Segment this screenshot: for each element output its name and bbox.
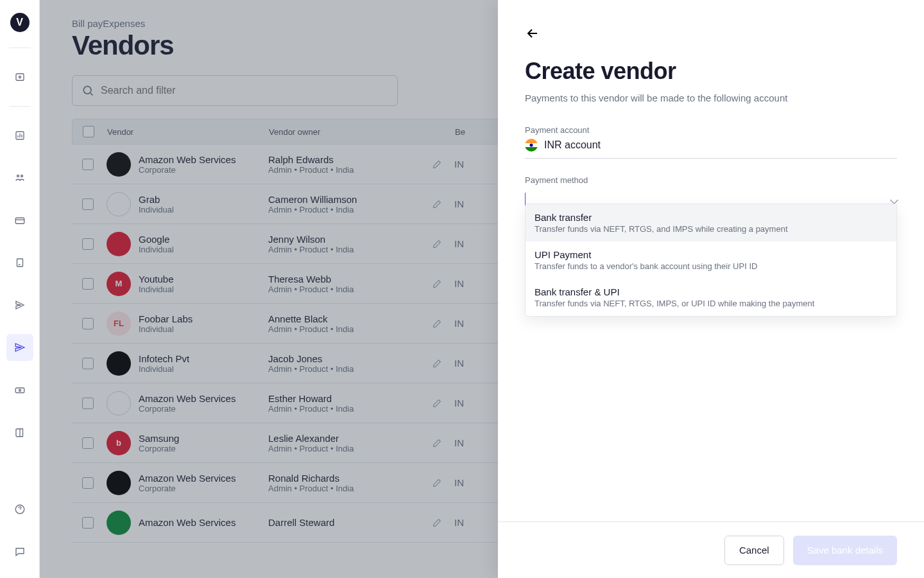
option-title: Bank transfer & UPI <box>535 286 887 297</box>
brand-logo[interactable]: V <box>10 13 30 32</box>
money-icon[interactable] <box>6 376 33 403</box>
back-button[interactable] <box>525 26 540 41</box>
payment-method-option[interactable]: Bank transferTransfer funds via NEFT, RT… <box>526 204 896 241</box>
help-icon[interactable] <box>6 496 33 523</box>
home-icon[interactable] <box>6 64 33 91</box>
create-vendor-panel: Create vendor Payments to this vendor wi… <box>498 0 924 578</box>
users-icon[interactable] <box>6 164 33 191</box>
payment-method-dropdown: Bank transferTransfer funds via NEFT, RT… <box>525 204 897 317</box>
svg-rect-5 <box>15 218 24 223</box>
main-content: Bill payExpenses Vendors Vendor Vendor o… <box>40 0 924 578</box>
svg-point-3 <box>17 175 19 177</box>
option-title: UPI Payment <box>535 249 887 260</box>
panel-footer: Cancel Save bank details <box>498 521 924 578</box>
payment-account-field[interactable]: Payment account INR account <box>525 125 897 159</box>
payment-method-label: Payment method <box>525 175 897 185</box>
option-description: Transfer funds via NEFT, RTGS, IMPS, or … <box>535 299 887 308</box>
cancel-button[interactable]: Cancel <box>724 536 784 565</box>
send-icon[interactable] <box>6 334 33 361</box>
option-description: Transfer funds to a vendor's bank accoun… <box>535 261 887 271</box>
dashboard-icon[interactable] <box>6 122 33 149</box>
payment-account-value: INR account <box>544 139 601 151</box>
card-icon[interactable] <box>6 207 33 234</box>
svg-rect-0 <box>16 74 24 81</box>
payment-method-option[interactable]: Bank transfer & UPITransfer funds via NE… <box>526 279 896 316</box>
payment-method-option[interactable]: UPI PaymentTransfer funds to a vendor's … <box>526 241 896 279</box>
sidebar-divider <box>9 48 31 48</box>
svg-rect-7 <box>15 388 24 393</box>
chevron-down-icon <box>891 201 897 203</box>
svg-point-1 <box>19 76 21 78</box>
save-button[interactable]: Save bank details <box>793 536 897 565</box>
payment-method-field: Payment method Bank transferTransfer fun… <box>525 175 897 212</box>
file-icon[interactable] <box>6 249 33 276</box>
nav-icon-6[interactable] <box>6 292 33 319</box>
india-flag-icon <box>525 139 538 152</box>
book-icon[interactable] <box>6 419 33 446</box>
chat-icon[interactable] <box>6 538 33 565</box>
svg-point-4 <box>21 175 22 177</box>
sidebar-divider <box>9 106 31 107</box>
option-title: Bank transfer <box>535 212 887 223</box>
panel-subtitle: Payments to this vendor will be made to … <box>525 92 897 103</box>
sidebar: V <box>0 0 40 578</box>
panel-title: Create vendor <box>525 58 897 85</box>
svg-point-8 <box>19 389 21 391</box>
option-description: Transfer funds via NEFT, RTGS, and IMPS … <box>535 224 887 234</box>
svg-rect-6 <box>17 259 22 267</box>
payment-account-label: Payment account <box>525 125 897 135</box>
